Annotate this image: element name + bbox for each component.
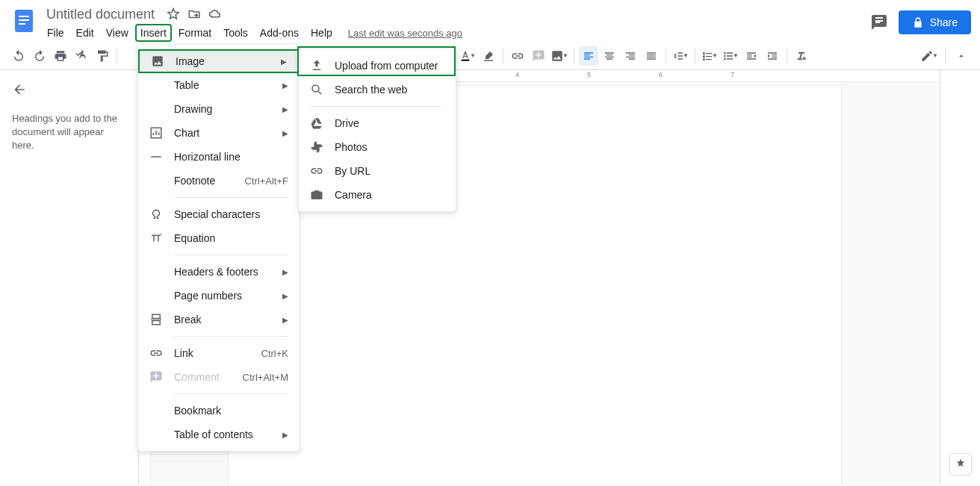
highlight-icon[interactable] [479, 46, 498, 66]
redo-icon[interactable] [30, 46, 49, 66]
insert-link-icon[interactable] [508, 46, 527, 66]
omega-icon [149, 208, 164, 221]
drive-icon [309, 116, 324, 130]
align-left-icon[interactable] [579, 46, 598, 66]
menuitem-headers-footers[interactable]: Headers & footers▶ [138, 260, 299, 284]
menu-tools[interactable]: Tools [218, 24, 253, 42]
svg-rect-9 [151, 156, 161, 158]
spellcheck-icon[interactable] [72, 46, 91, 66]
camera-icon [309, 188, 324, 202]
menuitem-chart[interactable]: Chart▶ [138, 121, 299, 145]
link-icon [309, 164, 324, 178]
menu-file[interactable]: File [42, 24, 69, 42]
outline-close-icon[interactable] [12, 82, 27, 97]
menu-format[interactable]: Format [173, 24, 217, 42]
menu-view[interactable]: View [101, 24, 134, 42]
menu-help[interactable]: Help [306, 24, 338, 42]
last-edit-link[interactable]: Last edit was seconds ago [348, 28, 462, 39]
text-color-icon[interactable]: ▼ [458, 46, 477, 66]
insert-menu-dropdown: Image ▶ Table▶ Drawing▶ Chart▶ Horizonta… [138, 45, 299, 451]
bullet-list-icon[interactable]: ▼ [721, 46, 740, 66]
horizontal-line-icon [149, 150, 164, 163]
editing-mode-icon[interactable]: ▼ [919, 46, 939, 66]
align-center-icon[interactable] [600, 46, 619, 66]
menu-edit[interactable]: Edit [71, 24, 99, 42]
checklist-icon[interactable]: ▼ [700, 46, 719, 66]
menuitem-equation[interactable]: Equation [138, 226, 299, 250]
menuitem-table-of-contents[interactable]: Table of contents▶ [138, 423, 299, 446]
link-icon [149, 346, 164, 360]
print-icon[interactable] [51, 46, 70, 66]
menuitem-bookmark[interactable]: Bookmark [138, 399, 299, 423]
svg-point-7 [724, 57, 726, 60]
undo-icon[interactable] [9, 46, 28, 66]
share-button-label: Share [930, 16, 958, 28]
menu-addons[interactable]: Add-ons [255, 24, 304, 42]
toolbar-separator [945, 49, 946, 63]
menubar: File Edit View Insert Format Tools Add-o… [42, 24, 870, 42]
explore-icon[interactable] [949, 453, 972, 476]
cloud-status-icon[interactable] [208, 7, 222, 21]
page-break-icon [149, 313, 164, 326]
menuitem-comment: CommentCtrl+Alt+M [138, 365, 299, 389]
hide-menus-icon[interactable] [952, 46, 971, 66]
comment-icon [149, 370, 164, 384]
svg-rect-11 [152, 321, 161, 325]
menuitem-drawing[interactable]: Drawing▶ [138, 97, 299, 121]
paint-format-icon[interactable] [93, 46, 112, 66]
open-comments-icon[interactable] [870, 13, 888, 31]
menuitem-footnote[interactable]: FootnoteCtrl+Alt+F [138, 169, 299, 193]
svg-point-6 [724, 54, 726, 57]
menuitem-horizontal-line[interactable]: Horizontal line [138, 145, 299, 169]
menuitem-break[interactable]: Break▶ [138, 308, 299, 331]
svg-point-12 [312, 85, 319, 92]
toolbar-separator [787, 49, 787, 63]
menuitem-special-characters[interactable]: Special characters [138, 202, 299, 226]
image-submenu: Upload from computer Search the web Driv… [299, 49, 456, 211]
increase-indent-icon[interactable] [763, 46, 782, 66]
svg-rect-3 [19, 23, 25, 25]
photos-icon [309, 140, 324, 154]
submenu-camera[interactable]: Camera [299, 183, 456, 207]
align-justify-icon[interactable] [642, 46, 661, 66]
submenu-upload-from-computer[interactable]: Upload from computer [299, 54, 456, 78]
doc-title[interactable]: Untitled document [42, 5, 159, 24]
toolbar-separator [503, 49, 503, 63]
insert-image-icon[interactable]: ▼ [550, 46, 569, 66]
pi-icon [149, 231, 164, 245]
line-spacing-icon[interactable]: ▼ [671, 46, 690, 66]
move-icon[interactable] [187, 7, 201, 21]
toolbar-separator [666, 49, 666, 63]
chart-icon [149, 126, 164, 140]
menuitem-image[interactable]: Image ▶ [138, 49, 299, 73]
toolbar-separator [695, 49, 695, 63]
svg-point-5 [724, 52, 726, 54]
svg-rect-1 [19, 16, 29, 17]
docs-logo[interactable] [9, 6, 39, 36]
submenu-photos[interactable]: Photos [299, 135, 456, 159]
menuitem-link[interactable]: LinkCtrl+K [138, 341, 299, 365]
decrease-indent-icon[interactable] [742, 46, 761, 66]
menuitem-page-numbers[interactable]: Page numbers▶ [138, 284, 299, 308]
submenu-by-url[interactable]: By URL [299, 159, 456, 183]
svg-rect-10 [152, 314, 161, 318]
app-header: Untitled document File Edit View Insert … [0, 0, 980, 42]
svg-rect-4 [462, 59, 470, 60]
outline-pane: Headings you add to the document will ap… [0, 70, 139, 485]
submenu-search-the-web[interactable]: Search the web [299, 78, 456, 102]
outline-hint-text: Headings you add to the document will ap… [12, 112, 126, 153]
image-icon [150, 54, 165, 68]
align-right-icon[interactable] [621, 46, 640, 66]
svg-rect-2 [19, 19, 29, 21]
toolbar-separator [574, 49, 574, 63]
share-button[interactable]: Share [899, 10, 971, 34]
chevron-right-icon: ▶ [281, 57, 287, 66]
search-icon [309, 83, 324, 96]
star-icon[interactable] [167, 7, 180, 21]
clear-formatting-icon[interactable] [792, 46, 811, 66]
menu-insert[interactable]: Insert [135, 24, 172, 42]
menuitem-table[interactable]: Table▶ [138, 73, 299, 97]
toolbar-separator [117, 49, 117, 63]
submenu-drive[interactable]: Drive [299, 111, 456, 135]
insert-comment-icon[interactable] [529, 46, 548, 66]
